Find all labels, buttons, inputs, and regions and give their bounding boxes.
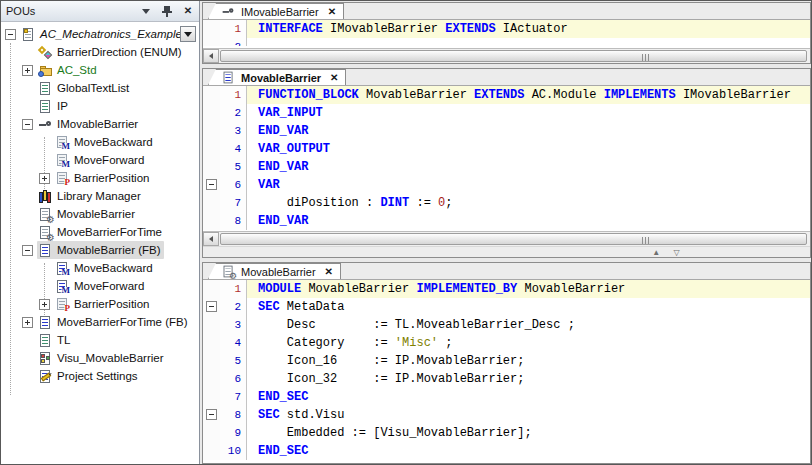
tree-item-label: Project Settings [57, 370, 138, 382]
code-line[interactable]: 4 Category := 'Misc' ; [203, 334, 810, 352]
code-line[interactable]: 1INTERFACE IMovableBarrier EXTENDS IActu… [203, 20, 810, 38]
code-line[interactable]: 2 [203, 38, 810, 46]
horizontal-scrollbar[interactable] [203, 231, 810, 246]
scrollbar-thumb[interactable] [220, 233, 807, 245]
code-line[interactable]: 7END_SEC [203, 388, 810, 406]
tree-item-ac-std[interactable]: AC_Std [1, 61, 199, 79]
fold-margin [203, 406, 220, 424]
code-line[interactable]: 2SEC MetaData [203, 298, 810, 316]
tree-item-content: Visu_MovableBarrier [37, 349, 167, 367]
tree-item-movebackward[interactable]: MMoveBackward [1, 259, 199, 277]
code-text: END_VAR [247, 158, 810, 176]
tree-item-content: PBarrierPosition [54, 169, 152, 187]
code-line[interactable]: 5 Icon_16 := IP.MovableBarrier; [203, 352, 810, 370]
code-line[interactable]: 5END_VAR [203, 158, 810, 176]
fold-margin [203, 86, 220, 104]
tree-item-moveforward[interactable]: MMoveForward [1, 151, 199, 169]
code-text: diPosition : DINT := 0; [247, 194, 810, 212]
interface-icon [38, 117, 53, 132]
tree-item-library-manager[interactable]: Library Manager [1, 187, 199, 205]
tree-item-visu-movablebarrier[interactable]: Visu_MovableBarrier [1, 349, 199, 367]
ide-window: POUs ✕ AC_Mechatronics_ExampleBarrierDir… [0, 0, 812, 465]
tab-movablebarrier[interactable]: ⚙MovableBarrier✕ [208, 263, 341, 279]
code-line[interactable]: 8END_VAR [203, 212, 810, 230]
tree-item-label: MoveBarrierForTime (FB) [57, 316, 188, 328]
collapse-minus-icon[interactable] [206, 179, 217, 190]
expander-minus-icon[interactable] [22, 245, 33, 256]
code-area[interactable]: 1FUNCTION_BLOCK MovableBarrier EXTENDS A… [203, 86, 810, 231]
tab-close-icon[interactable]: ✕ [328, 7, 336, 17]
scroll-left-arrow-icon[interactable] [203, 49, 219, 63]
horizontal-scrollbar[interactable] [203, 48, 810, 63]
code-line[interactable]: 7 diPosition : DINT := 0; [203, 194, 810, 212]
code-token: IMPLEMENTED_BY [416, 282, 517, 296]
splitter-collapse-down-icon[interactable]: ▽ [673, 247, 679, 258]
expander-minus-icon[interactable] [5, 29, 16, 40]
code-line[interactable]: 4VAR_OUTPUT [203, 140, 810, 158]
tree-item-movablebarrier-fb-[interactable]: MovableBarrier (FB) [1, 241, 199, 259]
tree-item-barrierposition[interactable]: PBarrierPosition [1, 169, 199, 187]
code-line[interactable]: 10END_SEC [203, 442, 810, 460]
tab-movablebarrier[interactable]: MovableBarrier✕ [208, 69, 346, 85]
tree-item-moveforward[interactable]: MMoveForward [1, 277, 199, 295]
pin-icon[interactable] [161, 5, 173, 17]
tree-item-globaltextlist[interactable]: GlobalTextList [1, 79, 199, 97]
tree-item-ac-mechatronics-example[interactable]: AC_Mechatronics_Example [1, 25, 199, 43]
code-token: MovableBarrier [359, 88, 474, 102]
tree-item-tl[interactable]: TL [1, 331, 199, 349]
line-number: 1 [220, 20, 247, 38]
expander-plus-icon[interactable] [22, 317, 33, 328]
expander-minus-icon[interactable] [22, 119, 33, 130]
expander-plus-icon[interactable] [39, 173, 50, 184]
tree-item-content: MMoveBackward [54, 259, 156, 277]
tree-item-dropdown-button[interactable] [180, 26, 196, 42]
code-line[interactable]: 9 Embedded := [Visu_MovableBarrier]; [203, 424, 810, 442]
code-line[interactable]: 3 Desc := TL.MoveableBarrier_Desc ; [203, 316, 810, 334]
editor-pane-movablebarrier-fb: MovableBarrier✕1FUNCTION_BLOCK MovableBa… [202, 68, 811, 258]
code-line[interactable]: 2VAR_INPUT [203, 104, 810, 122]
fold-margin [203, 370, 220, 388]
expander-plus-icon[interactable] [22, 65, 33, 76]
scroll-left-arrow-icon[interactable] [203, 232, 219, 246]
tab-close-icon[interactable]: ✕ [325, 267, 333, 277]
tree-item-project-settings[interactable]: Project Settings [1, 367, 199, 385]
window-menu-icon[interactable] [140, 5, 152, 17]
textlist-icon [38, 99, 53, 114]
fb-icon [38, 243, 53, 258]
code-line[interactable]: 6 Icon_32 := IP.MovableBarrier; [203, 370, 810, 388]
tree-item-barrierdirection-enum-[interactable]: BarrierDirection (ENUM) [1, 43, 199, 61]
line-number: 3 [220, 316, 247, 334]
tab-imovablebarrier[interactable]: IMovableBarrier✕ [208, 3, 344, 19]
tree-item-movablebarrier[interactable]: ⚙MovableBarrier [1, 205, 199, 223]
splitter-collapse-up-icon[interactable]: ▲ [652, 247, 660, 258]
tree-item-movebarrierfortime[interactable]: ⚙MoveBarrierForTime [1, 223, 199, 241]
code-line[interactable]: 1FUNCTION_BLOCK MovableBarrier EXTENDS A… [203, 86, 810, 104]
collapse-minus-icon[interactable] [206, 409, 217, 420]
line-number: 9 [220, 424, 247, 442]
tab-label: MovableBarrier [241, 266, 316, 278]
tree-item-content: MovableBarrier (FB) [37, 241, 164, 259]
tree-item-content: IP [37, 97, 71, 115]
tree-item-label: Library Manager [57, 190, 141, 202]
tab-fb-icon [222, 71, 236, 85]
tree-item-content: BarrierDirection (ENUM) [37, 43, 185, 61]
code-token: IMPLEMENTS [604, 88, 676, 102]
code-line[interactable]: 8SEC std.Visu [203, 406, 810, 424]
tree-item-movebackward[interactable]: MMoveBackward [1, 133, 199, 151]
tree-item-content: ⚙MovableBarrier [37, 205, 138, 223]
collapse-minus-icon[interactable] [206, 301, 217, 312]
library-icon [38, 189, 53, 204]
code-area[interactable]: 1MODULE MovableBarrier IMPLEMENTED_BY Mo… [203, 280, 810, 463]
code-line[interactable]: 6VAR [203, 176, 810, 194]
scrollbar-thumb[interactable] [220, 50, 807, 62]
code-line[interactable]: 3END_VAR [203, 122, 810, 140]
tab-close-icon[interactable]: ✕ [330, 73, 338, 83]
code-line[interactable]: 1MODULE MovableBarrier IMPLEMENTED_BY Mo… [203, 280, 810, 298]
tree-item-imovablebarrier[interactable]: IMovableBarrier [1, 115, 199, 133]
tree-item-ip[interactable]: IP [1, 97, 199, 115]
tree-item-barrierposition[interactable]: PBarrierPosition [1, 295, 199, 313]
close-icon[interactable]: ✕ [182, 5, 194, 17]
tree-item-movebarrierfortime-fb-[interactable]: MoveBarrierForTime (FB) [1, 313, 199, 331]
expander-plus-icon[interactable] [39, 299, 50, 310]
code-area[interactable]: 1INTERFACE IMovableBarrier EXTENDS IActu… [203, 20, 810, 48]
